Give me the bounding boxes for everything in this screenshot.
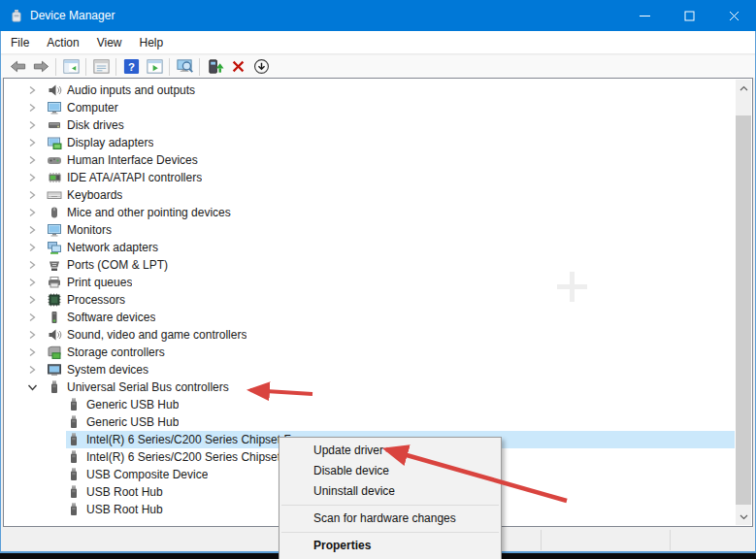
tree-item-ports-com-lpt[interactable]: Ports (COM & LPT) — [5, 256, 735, 274]
properties-icon — [92, 57, 111, 76]
menu-file[interactable]: File — [2, 32, 38, 53]
tree-item-monitors[interactable]: Monitors — [5, 221, 735, 239]
tree-item-keyboards[interactable]: Keyboards — [5, 186, 735, 204]
help-button[interactable]: ? — [119, 56, 143, 78]
tree-item-generic-usb-hub[interactable]: Generic USB Hub — [5, 413, 735, 431]
menu-separator — [281, 505, 499, 506]
chevron-right-icon[interactable] — [27, 309, 47, 326]
menu-view[interactable]: View — [88, 32, 131, 53]
tree-item-label: Processors — [67, 293, 125, 307]
chevron-right-icon[interactable] — [27, 99, 47, 116]
context-menu-item-update-driver[interactable]: Update driver — [279, 441, 501, 461]
chevron-right-icon[interactable] — [27, 256, 47, 274]
device-manager-window: Device Manager FileActionViewHelp ? Audi… — [0, 0, 756, 559]
chevron-right-icon[interactable] — [27, 204, 47, 221]
uninstall-device-icon — [229, 57, 247, 76]
usb-icon — [66, 449, 82, 465]
window-title: Device Manager — [30, 9, 115, 22]
minimize-button[interactable] — [622, 0, 667, 31]
properties-button[interactable] — [89, 56, 113, 78]
tree-item-label: Universal Serial Bus controllers — [67, 380, 229, 394]
scrollbar-up-button[interactable] — [736, 80, 751, 96]
tree-item-computer[interactable]: Computer — [5, 99, 735, 116]
chevron-right-icon[interactable] — [27, 134, 47, 151]
network-icon — [47, 240, 62, 255]
context-menu-item-scan-for-hardware-changes[interactable]: Scan for hardware changes — [279, 509, 501, 529]
context-menu-item-uninstall-device[interactable]: Uninstall device — [279, 481, 501, 502]
tree-row-body: Mice and other pointing devices — [47, 204, 735, 221]
tree-item-human-interface-devices[interactable]: Human Interface Devices — [5, 151, 735, 169]
chevron-right-icon[interactable] — [27, 291, 47, 309]
uninstall-device-button[interactable] — [226, 56, 249, 78]
usb-icon — [66, 484, 82, 500]
tree-item-label: Computer — [67, 101, 118, 115]
scrollbar-down-button[interactable] — [736, 509, 751, 525]
usb-icon — [47, 379, 62, 395]
chevron-right-icon[interactable] — [27, 186, 47, 204]
tree-item-processors[interactable]: Processors — [5, 291, 735, 309]
device-manager-icon — [9, 8, 24, 23]
mouse-icon — [47, 205, 62, 220]
context-menu-item-properties[interactable]: Properties — [279, 536, 501, 556]
tree-item-storage-controllers[interactable]: Storage controllers — [5, 344, 735, 361]
tree-item-disk-drives[interactable]: Disk drives — [5, 116, 735, 134]
tree-item-label: IDE ATA/ATAPI controllers — [67, 171, 202, 184]
chevron-right-icon[interactable] — [27, 361, 47, 378]
tree-item-label: Storage controllers — [67, 345, 165, 359]
vertical-scrollbar[interactable] — [736, 80, 751, 525]
scrollbar-thumb[interactable] — [736, 115, 751, 505]
tree-row-body: Computer — [47, 99, 735, 116]
window-border-left — [0, 31, 1, 553]
context-menu-item-disable-device[interactable]: Disable device — [279, 461, 501, 481]
disable-device-button[interactable] — [249, 56, 273, 78]
maximize-button[interactable] — [667, 0, 711, 31]
processor-icon — [47, 292, 62, 308]
scan-hardware-button[interactable] — [173, 56, 196, 78]
tree-item-display-adapters[interactable]: Display adapters — [5, 134, 735, 151]
back-button[interactable] — [6, 56, 29, 78]
tree-row-body: Sound, video and game controllers — [47, 326, 735, 344]
close-button[interactable] — [711, 0, 756, 31]
chevron-right-icon[interactable] — [27, 221, 47, 239]
chevron-right-icon[interactable] — [27, 239, 47, 256]
tree-item-network-adapters[interactable]: Network adapters — [5, 239, 735, 256]
chevron-right-icon[interactable] — [27, 274, 47, 291]
tree-row-body: IDE ATA/ATAPI controllers — [47, 169, 735, 186]
bottom-strip-divider — [541, 530, 542, 550]
tree-item-label: Display adapters — [67, 136, 153, 149]
chevron-right-icon[interactable] — [27, 344, 47, 361]
tree-item-audio-inputs-and-outputs[interactable]: Audio inputs and outputs — [5, 82, 735, 99]
tree-item-print-queues[interactable]: Print queues — [5, 274, 735, 291]
update-driver-button[interactable] — [203, 56, 226, 78]
keyboard-icon — [47, 187, 62, 203]
svg-text:?: ? — [128, 61, 135, 73]
speaker-icon — [47, 327, 62, 343]
show-console-tree-button[interactable] — [59, 56, 82, 78]
tree-item-generic-usb-hub[interactable]: Generic USB Hub — [5, 396, 735, 413]
toolbar-separator — [85, 58, 86, 76]
tree-row-body: Keyboards — [47, 186, 735, 204]
tree-row-body: Print queues — [47, 274, 735, 291]
tree-row-body: Universal Serial Bus controllers — [47, 378, 735, 396]
tree-item-sound-video-and-game-controllers[interactable]: Sound, video and game controllers — [5, 326, 735, 344]
tree-item-software-devices[interactable]: Software devices — [5, 309, 735, 326]
menu-help[interactable]: Help — [131, 32, 173, 53]
close-icon — [729, 11, 740, 21]
tree-item-mice-and-other-pointing-devices[interactable]: Mice and other pointing devices — [5, 204, 735, 221]
chevron-right-icon[interactable] — [27, 326, 47, 344]
chevron-spacer — [47, 448, 66, 466]
toolbar-separator — [115, 58, 116, 76]
chevron-right-icon[interactable] — [27, 82, 47, 99]
tree-item-system-devices[interactable]: System devices — [5, 361, 735, 378]
menu-action[interactable]: Action — [38, 32, 87, 53]
chevron-down-icon[interactable] — [27, 378, 47, 396]
action-pane-button[interactable] — [143, 56, 166, 78]
chevron-right-icon[interactable] — [27, 116, 47, 134]
tree-item-label: System devices — [67, 363, 148, 377]
tree-item-ide-ata-atapi-controllers[interactable]: IDE ATA/ATAPI controllers — [5, 169, 735, 186]
chevron-right-icon[interactable] — [27, 151, 47, 169]
system-icon — [47, 362, 62, 378]
forward-button[interactable] — [29, 56, 52, 78]
tree-item-universal-serial-bus-controllers[interactable]: Universal Serial Bus controllers — [5, 378, 735, 396]
chevron-right-icon[interactable] — [27, 169, 47, 186]
